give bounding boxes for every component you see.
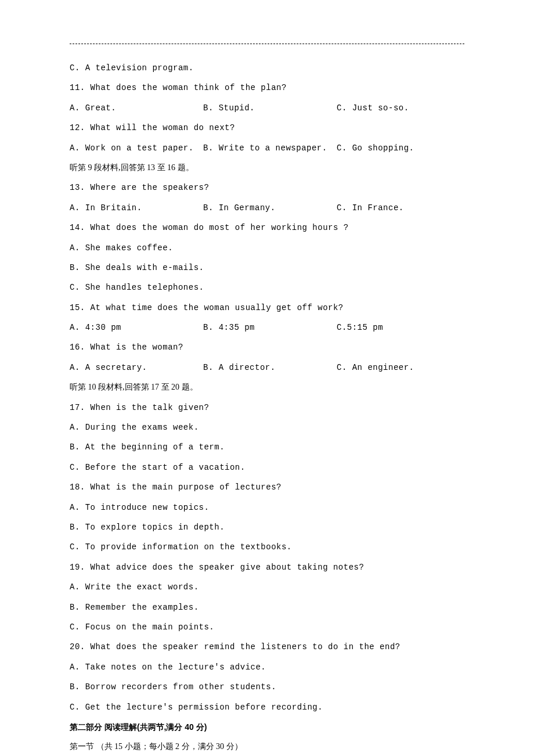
option-a: A. To introduce new topics.: [70, 501, 464, 514]
option-a: A. Work on a test paper.: [70, 142, 203, 154]
section-1-heading: 第一节 （共 15 小题；每小题 2 分，满分 30 分）: [70, 740, 464, 753]
option-a: A. Write the exact words.: [70, 581, 464, 593]
option-c: C. An engineer.: [337, 361, 464, 374]
option-c: C. Focus on the main points.: [70, 621, 464, 633]
question-13-options: A. In Britain. B. In Germany. C. In Fran…: [70, 201, 464, 214]
option-c: C. Before the start of a vacation.: [70, 461, 464, 474]
option-b: B. Write to a newspaper.: [203, 142, 337, 154]
option-c: C. Just so-so.: [337, 102, 464, 114]
question-20: 20. What does the speaker remind the lis…: [70, 640, 464, 653]
question-11: 11. What does the woman think of the pla…: [70, 81, 464, 94]
option-a: A. 4:30 pm: [70, 321, 203, 334]
question-15-options: A. 4:30 pm B. 4:35 pm C.5:15 pm: [70, 321, 464, 334]
option-b: B. To explore topics in depth.: [70, 521, 464, 534]
option-c: C. To provide information on the textboo…: [70, 541, 464, 553]
option-a: A. She makes coffee.: [70, 242, 464, 254]
option-c: C. A television program.: [70, 62, 464, 74]
option-c: C.5:15 pm: [337, 321, 464, 334]
option-b: B. 4:35 pm: [203, 321, 337, 334]
question-16: 16. What is the woman?: [70, 341, 464, 354]
option-a: A. Great.: [70, 102, 203, 114]
option-b: B. At the beginning of a term.: [70, 441, 464, 453]
option-b: B. Remember the examples.: [70, 601, 464, 614]
document-page: C. A television program. 11. What does t…: [0, 0, 534, 756]
segment-10-header: 听第 10 段材料,回答第 17 至 20 题。: [70, 381, 464, 394]
header-divider: [70, 44, 464, 44]
option-b: B. A director.: [203, 361, 337, 374]
option-c: C. Get the lecture's permission before r…: [70, 701, 464, 714]
question-13: 13. Where are the speakers?: [70, 181, 464, 194]
option-a: A. In Britain.: [70, 201, 203, 214]
part-2-heading: 第二部分 阅读理解(共两节,满分 40 分): [70, 721, 464, 733]
option-a: A. Take notes on the lecture's advice.: [70, 661, 464, 674]
question-14: 14. What does the woman do most of her w…: [70, 221, 464, 234]
option-b: B. In Germany.: [203, 201, 337, 214]
question-12-options: A. Work on a test paper. B. Write to a n…: [70, 142, 464, 154]
option-b: B. Stupid.: [203, 102, 337, 114]
question-19: 19. What advice does the speaker give ab…: [70, 561, 464, 574]
question-16-options: A. A secretary. B. A director. C. An eng…: [70, 361, 464, 374]
question-11-options: A. Great. B. Stupid. C. Just so-so.: [70, 102, 464, 114]
option-a: A. A secretary.: [70, 361, 203, 374]
option-b: B. Borrow recorders from other students.: [70, 681, 464, 693]
question-12: 12. What will the woman do next?: [70, 121, 464, 134]
segment-9-header: 听第 9 段材料,回答第 13 至 16 题。: [70, 161, 464, 174]
question-17: 17. When is the talk given?: [70, 401, 464, 414]
option-b: B. She deals with e-mails.: [70, 261, 464, 274]
option-c: C. In France.: [337, 201, 464, 214]
option-c: C. Go shopping.: [337, 142, 464, 154]
question-18: 18. What is the main purpose of lectures…: [70, 481, 464, 494]
option-a: A. During the exams week.: [70, 421, 464, 434]
option-c: C. She handles telephones.: [70, 281, 464, 294]
question-15: 15. At what time does the woman usually …: [70, 301, 464, 314]
